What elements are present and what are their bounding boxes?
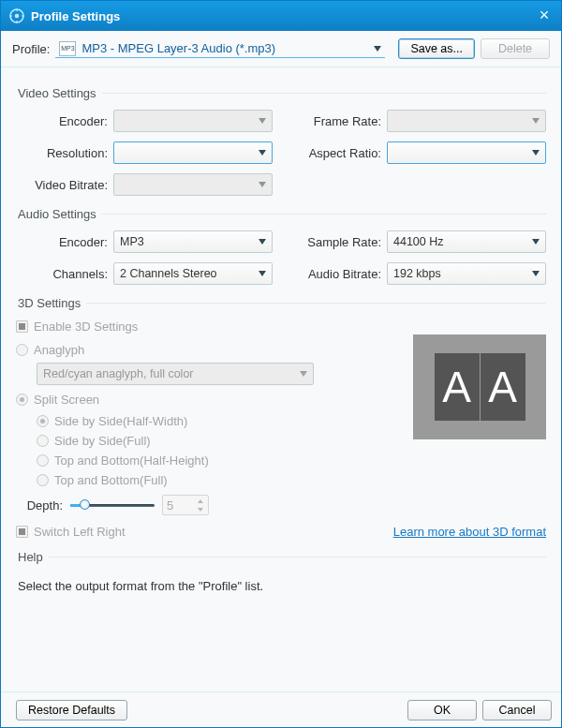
spinner-down-icon — [194, 505, 207, 513]
svg-point-1 — [15, 14, 20, 19]
help-title: Help — [16, 550, 49, 564]
profile-combo[interactable]: MP3 MP3 - MPEG Layer-3 Audio (*.mp3) — [55, 40, 385, 58]
video-settings-title: Video Settings — [16, 86, 102, 100]
app-icon — [8, 7, 25, 24]
audio-bitrate-label: Audio Bitrate: — [289, 267, 387, 281]
depth-slider[interactable] — [70, 498, 155, 512]
chevron-down-icon — [300, 367, 307, 380]
depth-spinner: 5 — [162, 495, 209, 515]
chevron-down-icon — [532, 146, 540, 159]
anaglyph-mode-combo: Red/cyan anaglyph, full color — [37, 363, 314, 385]
frame-rate-label: Frame Rate: — [289, 114, 387, 128]
cancel-button[interactable]: Cancel — [482, 700, 552, 721]
chevron-down-icon — [374, 41, 381, 55]
threed-settings-group: 3D Settings Enable 3D Settings Anaglyph — [16, 296, 546, 539]
resolution-combo[interactable] — [113, 141, 273, 164]
audio-settings-group: Audio Settings Encoder: MP3 Sample Rate:… — [16, 207, 546, 285]
enable-3d-checkbox[interactable]: Enable 3D Settings — [16, 319, 138, 334]
close-icon[interactable]: × — [535, 7, 554, 25]
resolution-label: Resolution: — [16, 146, 113, 160]
help-group: Help Select the output format from the "… — [16, 550, 546, 593]
video-settings-group: Video Settings Encoder: Frame Rate: — [16, 86, 546, 196]
channels-combo[interactable]: 2 Channels Stereo — [113, 262, 273, 285]
chevron-down-icon — [259, 267, 266, 280]
chevron-down-icon — [259, 178, 266, 191]
content-area: Video Settings Encoder: Frame Rate: — [1, 67, 561, 691]
chevron-down-icon — [532, 267, 540, 280]
split-screen-radio: Split Screen — [16, 393, 99, 407]
aspect-ratio-label: Aspect Ratio: — [289, 146, 387, 160]
switch-left-right-checkbox: Switch Left Right — [16, 525, 126, 539]
profile-settings-window: Profile Settings × Profile: MP3 MP3 - MP… — [0, 0, 562, 728]
sbs-full-radio: Side by Side(Full) — [37, 434, 392, 448]
sample-rate-combo[interactable]: 44100 Hz — [387, 230, 546, 253]
video-encoder-label: Encoder: — [16, 114, 113, 128]
learn-3d-link[interactable]: Learn more about 3D format — [393, 525, 546, 539]
audio-encoder-label: Encoder: — [16, 235, 113, 249]
chevron-down-icon — [259, 146, 266, 159]
chevron-down-icon — [259, 114, 266, 127]
sample-rate-label: Sample Rate: — [289, 235, 387, 249]
audio-bitrate-combo[interactable]: 192 kbps — [387, 262, 546, 285]
sbs-half-radio: Side by Side(Half-Width) — [37, 414, 392, 428]
save-as-button[interactable]: Save as... — [398, 38, 475, 59]
threed-settings-title: 3D Settings — [16, 296, 86, 310]
profile-row: Profile: MP3 MP3 - MPEG Layer-3 Audio (*… — [1, 31, 561, 67]
spinner-up-icon — [194, 497, 207, 505]
audio-encoder-combo[interactable]: MP3 — [113, 230, 273, 253]
ok-button[interactable]: OK — [407, 700, 477, 721]
delete-button: Delete — [481, 38, 550, 59]
profile-selected: MP3 - MPEG Layer-3 Audio (*.mp3) — [81, 41, 374, 55]
chevron-down-icon — [532, 235, 540, 248]
aspect-ratio-combo[interactable] — [387, 141, 546, 164]
window-title: Profile Settings — [31, 9, 535, 23]
audio-settings-title: Audio Settings — [16, 207, 102, 221]
video-encoder-combo — [113, 110, 273, 132]
chevron-down-icon — [532, 114, 540, 127]
footer: Restore Defaults OK Cancel — [1, 691, 561, 727]
slider-thumb[interactable] — [80, 499, 90, 510]
tb-half-radio: Top and Bottom(Half-Height) — [37, 453, 392, 468]
restore-defaults-button[interactable]: Restore Defaults — [16, 700, 127, 721]
preview-right-eye: A — [481, 353, 525, 421]
profile-label: Profile: — [12, 42, 50, 56]
anaglyph-radio: Anaglyph — [16, 343, 84, 357]
chevron-down-icon — [259, 235, 266, 248]
help-text: Select the output format from the "Profi… — [16, 579, 546, 593]
preview-left-eye: A — [435, 353, 480, 421]
title-bar: Profile Settings × — [1, 1, 561, 31]
depth-label: Depth: — [16, 498, 63, 513]
channels-label: Channels: — [16, 267, 113, 281]
video-bitrate-combo — [113, 173, 273, 196]
video-bitrate-label: Video Bitrate: — [16, 178, 113, 192]
frame-rate-combo — [387, 110, 546, 132]
mp3-file-icon: MP3 — [59, 41, 76, 56]
threed-preview: A A — [413, 334, 546, 439]
tb-full-radio: Top and Bottom(Full) — [37, 473, 392, 487]
